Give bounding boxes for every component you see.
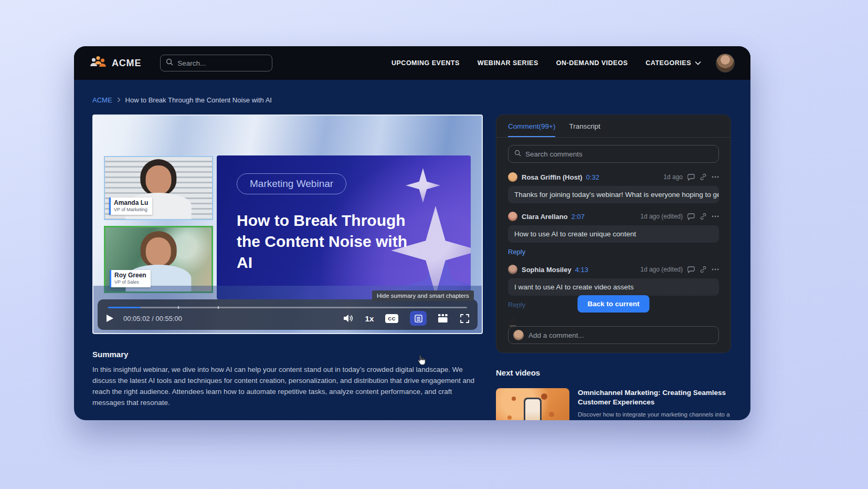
chapters-button[interactable] xyxy=(438,314,448,322)
back-to-current-button[interactable]: Back to current xyxy=(577,295,649,313)
brand-name: ACME xyxy=(112,58,141,69)
brand[interactable]: ACME xyxy=(90,55,141,71)
comment-text: How to use AI to create unique content xyxy=(508,225,719,243)
more-options-icon[interactable] xyxy=(712,268,719,270)
summary-paragraph: Real-world examples showcase how brands … xyxy=(92,417,485,420)
speaker-tile-amanda: Amanda Lu VP of Marketing xyxy=(104,156,213,220)
fullscreen-button[interactable] xyxy=(460,314,469,323)
comment-text: Thanks for joining today's webinar! What… xyxy=(508,186,719,203)
reply-bubble-icon[interactable] xyxy=(687,266,695,273)
panel-tabs: Comment(99+) Transcript xyxy=(496,115,731,138)
global-search[interactable] xyxy=(160,55,272,71)
comments-panel: Comment(99+) Transcript Rosa Griffin (Ho… xyxy=(496,115,731,353)
search-icon xyxy=(166,58,173,68)
breadcrumb-home-link[interactable]: ACME xyxy=(92,96,112,104)
comment-item: Rosa Griffin (Host) 0:32 1d ago Thanks f… xyxy=(508,172,719,203)
comment-timestamp-link[interactable]: 4:13 xyxy=(575,266,588,274)
transcript-toggle-button[interactable] xyxy=(410,311,427,326)
slide-badge: Marketing Webinar xyxy=(237,173,346,194)
comment-timestamp-link[interactable]: 2:07 xyxy=(571,213,585,221)
comment-item: Clara Arellano 2:07 1d ago (edited) How … xyxy=(508,212,719,256)
speaker-nametag: Roy Green VP of Sales xyxy=(110,270,151,287)
breadcrumb-current: How to Break Through the Content Noise w… xyxy=(125,96,272,104)
copy-link-icon[interactable] xyxy=(700,173,707,181)
comments-search[interactable] xyxy=(508,145,719,163)
next-video-thumbnail[interactable] xyxy=(496,388,569,420)
slide-title: How to Break Through the Content Noise w… xyxy=(237,210,426,273)
comments-search-input[interactable] xyxy=(525,150,713,158)
breadcrumb: ACME How to Break Through the Content No… xyxy=(92,96,272,104)
speaker-tile-roy: Roy Green VP of Sales xyxy=(104,226,213,293)
speaker-nametag: Amanda Lu VP of Marketing xyxy=(109,197,152,215)
webinar-slide: Marketing Webinar How to Break Through t… xyxy=(217,155,471,299)
chapter-marker[interactable] xyxy=(218,306,219,309)
nav-on-demand-videos[interactable]: ON-DEMAND VIDEOS xyxy=(556,59,628,67)
player-controls-bar: 00:05:02 / 00:55:00 1x CC xyxy=(98,299,478,330)
top-navbar: ACME UPCOMING EVENTS WEBINAR SERIES ON-D… xyxy=(74,46,750,80)
comment-age: 1d ago (edited) xyxy=(640,266,683,273)
next-video-title[interactable]: Omnichannel Marketing: Creating Seamless… xyxy=(578,388,733,407)
avatar xyxy=(508,265,517,274)
add-comment-box[interactable] xyxy=(508,326,719,344)
reply-bubble-icon[interactable] xyxy=(687,213,695,220)
reply-link[interactable]: Reply xyxy=(508,248,525,256)
avatar xyxy=(513,330,524,340)
copy-link-icon[interactable] xyxy=(700,213,707,220)
chevron-down-icon xyxy=(695,59,701,67)
next-videos-heading: Next videos xyxy=(496,368,733,377)
copy-link-icon[interactable] xyxy=(700,266,707,273)
decorative-dots xyxy=(512,397,516,401)
progress-bar[interactable] xyxy=(108,307,467,308)
tab-transcript[interactable]: Transcript xyxy=(569,122,600,137)
search-input[interactable] xyxy=(177,59,267,67)
video-player[interactable]: Amanda Lu VP of Marketing Roy Green VP o… xyxy=(92,115,483,334)
comment-age: 1d ago xyxy=(663,173,683,181)
nav-upcoming-events[interactable]: UPCOMING EVENTS xyxy=(391,59,460,67)
phone-illustration xyxy=(524,398,542,420)
decorative-shape xyxy=(406,168,440,203)
controls-row: 00:05:02 / 00:55:00 1x CC xyxy=(106,311,469,326)
next-video-card[interactable]: Omnichannel Marketing: Creating Seamless… xyxy=(496,388,733,420)
captions-button[interactable]: CC xyxy=(385,314,398,323)
summary-paragraph: In this insightful webinar, we dive into… xyxy=(92,364,485,408)
nav-webinar-series[interactable]: WEBINAR SERIES xyxy=(478,59,538,67)
app-window: ACME UPCOMING EVENTS WEBINAR SERIES ON-D… xyxy=(74,46,750,420)
reply-bubble-icon[interactable] xyxy=(687,174,695,181)
summary-heading: Summary xyxy=(92,350,485,359)
profile-avatar[interactable] xyxy=(716,54,735,72)
summary-section: Summary In this insightful webinar, we d… xyxy=(92,350,485,420)
volume-icon[interactable] xyxy=(343,314,354,322)
comment-author: Sophia Mosiley xyxy=(522,266,571,274)
play-button[interactable] xyxy=(106,314,114,322)
progress-fill xyxy=(108,307,141,308)
search-icon xyxy=(514,149,521,159)
comment-age: 1d ago (edited) xyxy=(640,213,683,220)
comment-author: Clara Arellano xyxy=(522,213,568,221)
nav-categories[interactable]: CATEGORIES xyxy=(645,59,701,67)
tab-comments[interactable]: Comment(99+) xyxy=(508,122,555,137)
breadcrumb-chevron-icon xyxy=(117,96,121,104)
avatar xyxy=(508,212,517,221)
chapter-marker[interactable] xyxy=(178,306,179,309)
nav-links: UPCOMING EVENTS WEBINAR SERIES ON-DEMAND… xyxy=(391,59,701,67)
more-options-icon[interactable] xyxy=(712,176,719,178)
more-options-icon[interactable] xyxy=(712,215,719,217)
controls-tooltip: Hide summary and smart chapters xyxy=(372,290,474,301)
avatar xyxy=(508,172,517,182)
acme-logo-icon xyxy=(90,55,107,71)
comment-timestamp-link[interactable]: 0:32 xyxy=(586,173,599,181)
playback-speed-button[interactable]: 1x xyxy=(365,314,374,323)
next-videos-section: Next videos Omnichannel Marketing: Creat… xyxy=(496,368,733,420)
time-display: 00:05:02 / 00:55:00 xyxy=(123,315,182,322)
add-comment-input[interactable] xyxy=(528,331,714,339)
comment-author: Rosa Griffin (Host) xyxy=(522,173,583,181)
next-video-description: Discover how to integrate your marketing… xyxy=(578,410,733,420)
